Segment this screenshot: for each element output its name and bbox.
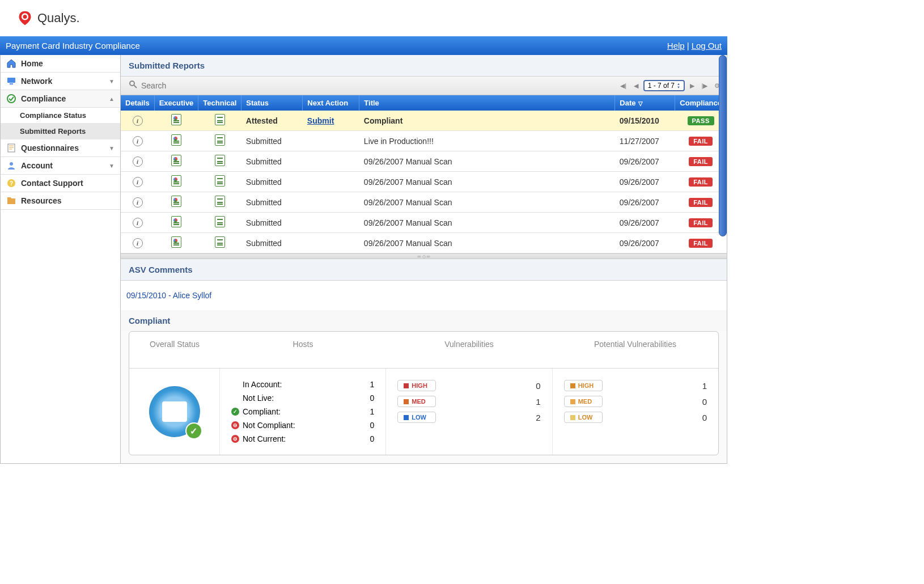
- network-icon: [6, 76, 16, 86]
- panel-header-overall: Overall Status: [129, 332, 220, 368]
- info-icon[interactable]: i: [133, 197, 143, 208]
- executive-report-icon[interactable]: [171, 236, 181, 248]
- sidebar: Home Network ▼ Compliance ▲ Compliance S…: [1, 55, 121, 463]
- info-icon[interactable]: i: [133, 116, 143, 126]
- vuln-row: HIGH0: [397, 378, 540, 393]
- status-cell: Attested: [241, 111, 303, 131]
- panel-header-hosts: Hosts: [220, 332, 386, 368]
- executive-report-icon[interactable]: [171, 196, 181, 207]
- splitter-handle[interactable]: ═ ◇ ═: [121, 253, 727, 259]
- svg-line-10: [134, 85, 137, 88]
- sidebar-item-account[interactable]: Account ▼: [1, 157, 120, 175]
- title-cell: 09/26/2007 Manual Scan: [359, 151, 615, 172]
- vertical-scrollbar[interactable]: [719, 55, 727, 236]
- vuln-badge-low: LOW: [397, 412, 436, 423]
- title-cell: 09/26/2007 Manual Scan: [359, 213, 615, 233]
- search-input[interactable]: [141, 81, 255, 90]
- brand-name: Qualys.: [37, 11, 80, 26]
- table-row[interactable]: i Submitted 09/26/2007 Manual Scan 09/26…: [121, 192, 727, 213]
- pager-last-button[interactable]: |▶: [700, 81, 710, 91]
- checkmark-icon: ✓: [185, 422, 202, 439]
- technical-report-icon[interactable]: [215, 175, 225, 187]
- svg-point-4: [7, 95, 15, 103]
- sidebar-item-compliance-status[interactable]: Compliance Status: [1, 108, 120, 124]
- potvulns-cell: HIGH1MED0LOW0: [553, 369, 718, 455]
- executive-report-icon[interactable]: [171, 155, 181, 166]
- vuln-badge-med: MED: [564, 396, 603, 407]
- date-cell: 09/26/2007: [615, 213, 675, 233]
- info-icon[interactable]: i: [133, 156, 143, 167]
- pager-first-button[interactable]: ◀|: [618, 81, 629, 91]
- sidebar-item-submitted-reports[interactable]: Submitted Reports: [1, 124, 120, 139]
- svg-point-1: [23, 15, 27, 19]
- col-date[interactable]: Date▽: [615, 95, 675, 111]
- executive-report-icon[interactable]: [171, 175, 181, 187]
- col-title[interactable]: Title: [359, 95, 615, 111]
- host-row: Not Live:0: [231, 391, 374, 405]
- help-link[interactable]: Help: [667, 41, 685, 50]
- col-technical[interactable]: Technical: [198, 95, 241, 111]
- sidebar-item-questionnaires[interactable]: Questionnaires ▼: [1, 139, 120, 157]
- sidebar-item-compliance[interactable]: Compliance ▲: [1, 90, 120, 108]
- next-action-cell: [303, 213, 359, 233]
- sidebar-item-network[interactable]: Network ▼: [1, 73, 120, 90]
- svg-rect-3: [10, 83, 13, 84]
- logout-link[interactable]: Log Out: [692, 41, 722, 50]
- table-row[interactable]: i Submitted Live in Production!!! 11/27/…: [121, 131, 727, 151]
- hosts-cell: In Account:1Not Live:0✓Compliant:1⊖Not C…: [220, 369, 386, 455]
- pager-range-select[interactable]: 1 - 7 of 7 ▲▼: [643, 80, 685, 91]
- vuln-badge-med: MED: [397, 396, 436, 407]
- col-executive[interactable]: Executive: [154, 95, 198, 111]
- vuln-row: LOW2: [397, 409, 540, 425]
- status-ring-icon: ✓: [149, 386, 200, 437]
- technical-report-icon[interactable]: [215, 236, 225, 248]
- title-cell: Live in Production!!!: [359, 131, 615, 151]
- table-row[interactable]: i Submitted 09/26/2007 Manual Scan 09/26…: [121, 151, 727, 172]
- info-icon[interactable]: i: [133, 136, 143, 146]
- home-icon: [6, 58, 16, 69]
- vuln-row: LOW0: [564, 409, 707, 425]
- info-icon[interactable]: i: [133, 177, 143, 187]
- compliance-badge: FAIL: [689, 137, 713, 146]
- vuln-badge-low: LOW: [564, 412, 603, 423]
- next-action-cell: [303, 192, 359, 213]
- col-next-action[interactable]: Next Action: [303, 95, 359, 111]
- table-row[interactable]: i Submitted 09/26/2007 Manual Scan 09/26…: [121, 233, 727, 253]
- asv-comments-heading: ASV Comments: [121, 259, 727, 281]
- info-icon[interactable]: i: [133, 238, 143, 248]
- pager-next-button[interactable]: ▶: [687, 81, 697, 91]
- submit-link[interactable]: Submit: [307, 116, 334, 125]
- compliant-heading: Compliant: [121, 310, 727, 331]
- vuln-row: MED1: [397, 393, 540, 409]
- executive-report-icon[interactable]: [171, 216, 181, 227]
- table-row[interactable]: i Submitted 09/26/2007 Manual Scan 09/26…: [121, 213, 727, 233]
- sidebar-item-contact-support[interactable]: ? Contact Support: [1, 175, 120, 192]
- svg-rect-5: [8, 144, 15, 152]
- col-status[interactable]: Status: [241, 95, 303, 111]
- table-row[interactable]: i Submitted 09/26/2007 Manual Scan 09/26…: [121, 172, 727, 192]
- technical-report-icon[interactable]: [215, 216, 225, 227]
- executive-report-icon[interactable]: [171, 134, 181, 146]
- pager-prev-button[interactable]: ◀: [631, 81, 641, 91]
- info-icon[interactable]: i: [133, 218, 143, 228]
- date-cell: 09/15/2010: [615, 111, 675, 131]
- sidebar-item-home[interactable]: Home: [1, 55, 120, 73]
- svg-point-6: [10, 162, 13, 166]
- executive-report-icon[interactable]: [171, 114, 181, 125]
- svg-rect-2: [7, 78, 15, 83]
- qualys-logo-icon: [17, 10, 33, 26]
- technical-report-icon[interactable]: [215, 196, 225, 207]
- technical-report-icon[interactable]: [215, 134, 225, 146]
- technical-report-icon[interactable]: [215, 155, 225, 166]
- technical-report-icon[interactable]: [215, 114, 225, 125]
- table-row[interactable]: i Attested Submit Compliant 09/15/2010 P…: [121, 111, 727, 131]
- main-content: Submitted Reports ◀| ◀ 1 - 7 of 7 ▲▼ ▶ |…: [121, 55, 727, 463]
- date-cell: 09/26/2007: [615, 233, 675, 253]
- next-action-cell: [303, 151, 359, 172]
- title-cell: 09/26/2007 Manual Scan: [359, 233, 615, 253]
- col-details[interactable]: Details: [121, 95, 154, 111]
- asv-comment-entry: 09/15/2010 - Alice Syllof: [121, 281, 727, 310]
- svg-point-9: [130, 81, 134, 86]
- status-cell: Submitted: [241, 213, 303, 233]
- sidebar-item-resources[interactable]: Resources: [1, 192, 120, 210]
